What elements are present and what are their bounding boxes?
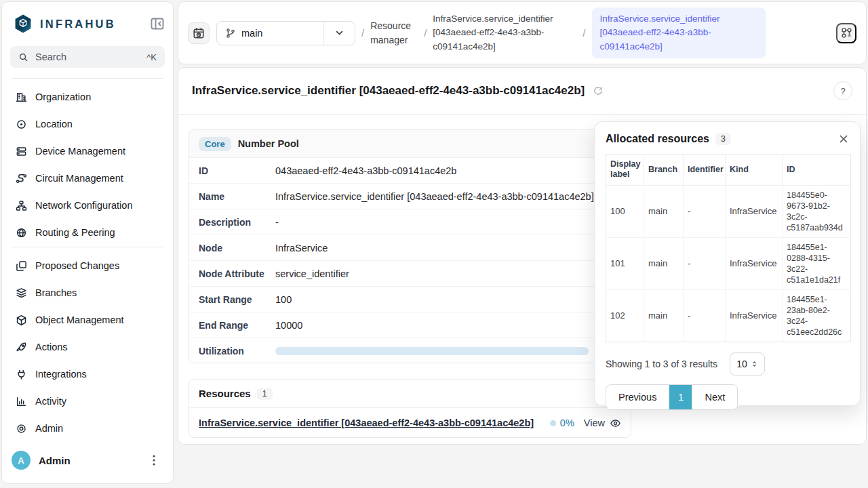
- sidebar-item-integrations[interactable]: Integrations: [10, 361, 166, 388]
- table-row[interactable]: 102main-InfraService184455e1-23ab-80e2-3…: [606, 289, 851, 342]
- table-cell-identifier: -: [684, 289, 726, 342]
- sidebar: INFRAHUB Search ^K OrganizationLocationD…: [1, 1, 174, 484]
- sidebar-divider: [12, 247, 163, 247]
- plug-icon: [16, 369, 27, 380]
- branch-selector[interactable]: main: [216, 21, 355, 45]
- sidebar-item-circuit-management[interactable]: Circuit Management: [10, 165, 166, 192]
- table-footer: Showing 1 to 3 of 3 results 10: [606, 352, 849, 375]
- branch-dropdown-toggle[interactable]: [323, 22, 355, 45]
- sidebar-item-admin[interactable]: Admin: [10, 415, 166, 442]
- stepper-icon: [751, 359, 758, 369]
- previous-page-button[interactable]: Previous: [606, 385, 669, 409]
- utilization-percent: 0%: [560, 418, 574, 428]
- rocket-icon: [16, 342, 27, 353]
- allocated-resources-popover: Allocated resources 3 Display labelBranc…: [594, 121, 861, 406]
- sidebar-item-branches[interactable]: Branches: [10, 279, 166, 306]
- globe-icon: [16, 227, 27, 239]
- page-size-value: 10: [736, 359, 747, 369]
- app-name: INFRAHUB: [40, 18, 116, 30]
- chevron-down-icon: [334, 28, 344, 38]
- table-cell-branch: main: [644, 289, 684, 342]
- field-label: Node: [199, 243, 275, 253]
- refresh-icon[interactable]: [593, 85, 604, 96]
- content-area: Core Number Pool ID043aeaed-eff2-4e43-a3…: [178, 115, 866, 445]
- network-icon: [16, 200, 27, 211]
- resources-card-header: Resources 1: [189, 380, 631, 408]
- page-size-select[interactable]: 10: [730, 352, 765, 375]
- sidebar-item-label: Routing & Peering: [35, 227, 115, 238]
- user-name: Admin: [39, 455, 71, 466]
- schema-visualizer-button[interactable]: [836, 23, 856, 43]
- field-label: End Range: [199, 320, 275, 331]
- sidebar-item-label: Device Management: [35, 146, 125, 157]
- route-icon: [16, 173, 27, 184]
- field-row-start-range: Start Range100: [189, 287, 631, 312]
- breadcrumb-resource-manager[interactable]: Resource manager: [370, 19, 418, 47]
- page-title: InfraService.service_identifier [043aeae…: [192, 84, 585, 98]
- resource-utilization: 0% View: [550, 418, 621, 429]
- field-value: InfraService.service_identifier [043aeae…: [275, 191, 631, 202]
- field-value: 10000: [275, 320, 631, 331]
- field-label: ID: [199, 165, 275, 176]
- resources-count-badge: 1: [257, 388, 273, 400]
- sidebar-item-label: Activity: [35, 396, 66, 407]
- search-input[interactable]: Search ^K: [10, 46, 165, 68]
- sidebar-item-label: Admin: [35, 423, 63, 434]
- avatar: A: [12, 451, 31, 470]
- user-menu[interactable]: A Admin: [12, 445, 166, 475]
- field-value: InfraService: [275, 243, 631, 253]
- branch-name: main: [241, 28, 262, 39]
- location-icon: [16, 119, 27, 130]
- breadcrumb-pool[interactable]: InfraService.service_identifier [043aeae…: [433, 12, 576, 54]
- field-label: Description: [199, 217, 275, 228]
- table-cell-display-label: 101: [606, 237, 644, 289]
- field-row-node-attribute: Node Attributeservice_identifier: [189, 261, 631, 287]
- table-cell-id: 184455e1-0288-4315-3c22-c51a1e1da21f: [783, 237, 851, 289]
- resource-link[interactable]: InfraService.service_identifier [043aeae…: [199, 418, 534, 428]
- sidebar-item-network-configuration[interactable]: Network Configuration: [10, 192, 166, 219]
- sidebar-item-label: Location: [35, 119, 73, 129]
- sidebar-item-label: Actions: [35, 342, 68, 352]
- collapse-sidebar-icon[interactable]: [150, 16, 165, 31]
- column-header-display-label: Display label: [606, 155, 644, 186]
- close-icon[interactable]: [838, 134, 849, 144]
- number-pool-card: Core Number Pool ID043aeaed-eff2-4e43-a3…: [189, 129, 631, 363]
- search-placeholder: Search: [35, 52, 66, 62]
- next-page-button[interactable]: Next: [692, 385, 737, 409]
- table-cell-id: 184455e1-23ab-80e2-3c24-c51eec2dd26c: [783, 289, 851, 342]
- sidebar-item-device-management[interactable]: Device Management: [10, 138, 166, 165]
- popover-count-badge: 3: [715, 133, 731, 145]
- field-row-end-range: End Range10000: [189, 312, 631, 338]
- sidebar-item-object-management[interactable]: Object Management: [10, 306, 166, 333]
- date-picker-button[interactable]: [188, 22, 210, 44]
- table-row[interactable]: 100main-InfraService184455e0-9673-91b2-3…: [606, 185, 851, 237]
- sidebar-item-label: Circuit Management: [35, 173, 123, 184]
- results-summary: Showing 1 to 3 of 3 results: [606, 359, 717, 369]
- resource-list-item: InfraService.service_identifier [043aeae…: [189, 408, 631, 438]
- sidebar-item-actions[interactable]: Actions: [10, 333, 166, 361]
- view-button[interactable]: View: [584, 418, 605, 428]
- number-pool-fields: ID043aeaed-eff2-4e43-a3bb-c09141ac4e2bNa…: [189, 158, 631, 363]
- sidebar-item-organization[interactable]: Organization: [10, 83, 166, 110]
- eye-icon[interactable]: [610, 418, 621, 429]
- sidebar-item-routing-peering[interactable]: Routing & Peering: [10, 219, 166, 245]
- kebab-menu-icon[interactable]: [147, 453, 161, 467]
- sidebar-divider: [12, 78, 163, 79]
- field-row-name: NameInfraService.service_identifier [043…: [189, 184, 631, 209]
- sidebar-item-location[interactable]: Location: [10, 110, 166, 138]
- page-1-button[interactable]: 1: [669, 385, 692, 409]
- field-row-id: ID043aeaed-eff2-4e43-a3bb-c09141ac4e2b: [189, 158, 631, 184]
- table-cell-display-label: 100: [606, 185, 644, 237]
- column-header-identifier: Identifier: [684, 155, 726, 186]
- sidebar-item-proposed-changes[interactable]: Proposed Changes: [10, 252, 166, 279]
- gear-icon: [16, 423, 27, 434]
- table-cell-identifier: -: [684, 185, 726, 237]
- calendar-clock-icon: [193, 27, 205, 39]
- breadcrumb-current[interactable]: InfraService.service_identifier [043aeae…: [592, 7, 766, 58]
- help-button[interactable]: ?: [833, 81, 852, 100]
- sidebar-item-activity[interactable]: Activity: [10, 388, 166, 415]
- sidebar-nav-group-1: OrganizationLocationDevice ManagementCir…: [10, 83, 166, 245]
- table-row[interactable]: 101main-InfraService184455e1-0288-4315-3…: [606, 237, 851, 289]
- table-cell-identifier: -: [684, 237, 726, 289]
- field-value: 043aeaed-eff2-4e43-a3bb-c09141ac4e2b: [275, 165, 631, 176]
